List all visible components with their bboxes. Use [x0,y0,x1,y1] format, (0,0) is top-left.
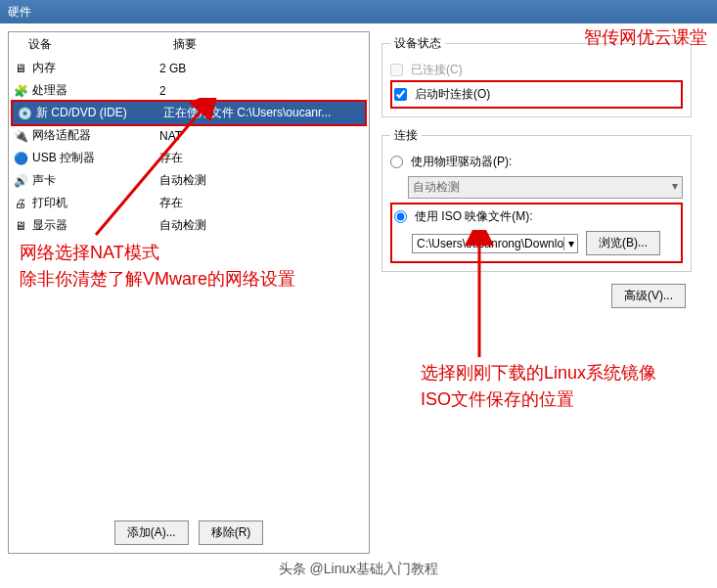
device-name-label: 打印机 [32,195,67,211]
settings-panel: 设备状态 已连接(C) 启动时连接(O) 连接 使用物理驱动器(P): 自动检测… [378,31,695,554]
device-row[interactable]: 🖥内存2 GB [9,57,369,79]
connected-checkbox [390,64,403,76]
hardware-list-panel: 设备 摘要 🖥内存2 GB🧩处理器2💿新 CD/DVD (IDE)正在使用文件 … [8,31,370,554]
iso-highlight: 使用 ISO 映像文件(M): C:\Users\oucanrong\Downl… [390,203,683,263]
use-physical-label: 使用物理驱动器(P): [411,154,512,170]
device-status-legend: 设备状态 [390,35,445,52]
column-summary: 摘要 [165,36,197,53]
device-icon: 🖨 [13,197,28,210]
device-icon: 🧩 [13,84,28,98]
device-summary-label: NAT [159,129,182,143]
device-name-label: 内存 [32,60,56,76]
device-summary-label: 2 GB [159,62,186,75]
use-physical-row: 使用物理驱动器(P): [390,152,683,172]
device-summary-label: 存在 [159,195,183,211]
physical-drive-value: 自动检测 [413,179,460,196]
device-row[interactable]: 💿新 CD/DVD (IDE)正在使用文件 C:\Users\oucanr... [11,100,367,126]
connect-on-start-row: 启动时连接(O) [394,84,679,105]
device-summary-label: 自动检测 [159,217,206,234]
connect-on-start-highlight: 启动时连接(O) [390,80,683,109]
device-icon: 🖥 [13,219,28,233]
advanced-row: 高级(V)... [381,282,692,316]
device-row[interactable]: 🔌网络适配器NAT [9,124,369,147]
remove-button[interactable]: 移除(R) [199,520,264,545]
connected-row: 已连接(C) [390,60,683,80]
device-row[interactable]: 🧩处理器2 [9,79,369,102]
connect-on-start-label: 启动时连接(O) [415,86,490,103]
connection-group: 连接 使用物理驱动器(P): 自动检测 ▾ 使用 ISO 映像文件(M): C:… [381,127,692,272]
column-device: 设备 [9,36,165,53]
connected-label: 已连接(C) [411,62,463,78]
device-row[interactable]: 🖥显示器自动检测 [9,214,369,237]
iso-caret-icon: ▾ [563,237,574,250]
advanced-button[interactable]: 高级(V)... [611,284,686,308]
main-content: 设备 摘要 🖥内存2 GB🧩处理器2💿新 CD/DVD (IDE)正在使用文件 … [0,23,717,562]
add-button[interactable]: 添加(A)... [114,520,189,545]
window-titlebar: 硬件 [0,0,717,23]
use-iso-row: 使用 ISO 映像文件(M): [394,206,679,227]
connection-legend: 连接 [390,127,422,144]
device-name-label: 显示器 [32,217,67,234]
device-list-header: 设备 摘要 [9,32,369,57]
device-summary-label: 2 [159,84,166,98]
device-name-label: 处理器 [32,82,67,99]
device-icon: 🔵 [13,152,28,165]
browse-button[interactable]: 浏览(B)... [586,231,660,255]
iso-path-row: C:\Users\oucanrong\Downlo ▾ 浏览(B)... [412,231,679,255]
iso-path-dropdown[interactable]: C:\Users\oucanrong\Downlo ▾ [412,234,578,253]
device-icon: 🔌 [13,129,28,143]
device-summary-label: 正在使用文件 C:\Users\oucanr... [163,105,331,121]
connect-on-start-checkbox[interactable] [394,88,407,101]
physical-drive-dropdown: 自动检测 ▾ [408,176,683,199]
use-physical-radio[interactable] [390,156,403,168]
device-row[interactable]: 🖨打印机存在 [9,192,369,214]
dropdown-caret-icon: ▾ [672,179,678,196]
device-icon: 🖥 [13,62,28,75]
annotation-nat: 网络选择NAT模式除非你清楚了解VMware的网络设置 [20,240,295,293]
device-row[interactable]: 🔊声卡自动检测 [9,169,369,192]
device-name-label: 网络适配器 [32,127,91,144]
device-icon: 🔊 [13,174,28,188]
device-icon: 💿 [17,107,32,120]
use-iso-radio[interactable] [394,210,407,223]
watermark-text: 智传网优云课堂 [584,25,707,49]
use-iso-label: 使用 ISO 映像文件(M): [415,208,533,225]
device-name-label: 声卡 [32,172,56,189]
device-button-row: 添加(A)... 移除(R) [9,513,369,553]
device-row[interactable]: 🔵USB 控制器存在 [9,147,369,169]
window-title: 硬件 [8,4,31,21]
device-summary-label: 存在 [159,150,183,166]
iso-path-value: C:\Users\oucanrong\Downlo [417,237,563,250]
annotation-iso: 选择刚刚下载的Linux系统镜像ISO文件保存的位置 [421,360,656,413]
device-summary-label: 自动检测 [159,172,206,189]
device-name-label: USB 控制器 [32,150,95,166]
device-name-label: 新 CD/DVD (IDE) [36,105,127,121]
bottom-watermark: 头条 @Linux基础入门教程 [271,559,447,580]
